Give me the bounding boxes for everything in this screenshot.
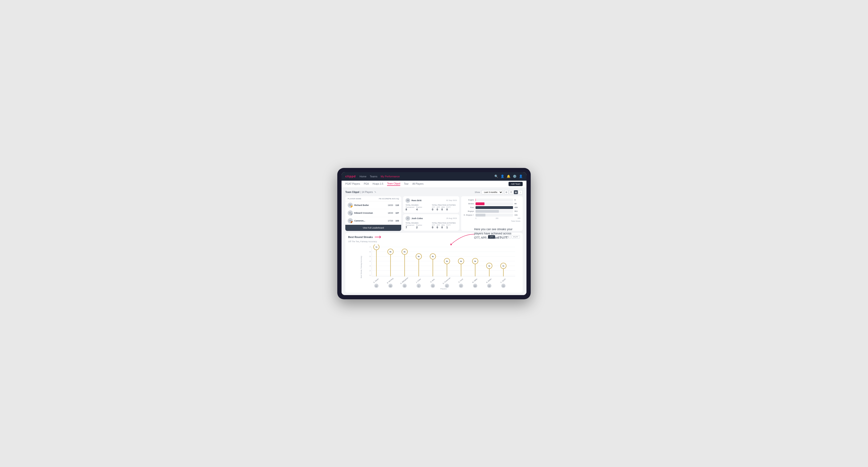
table-row[interactable]: EC 2 Edward Crossman 18/20 107 <box>345 209 401 217</box>
team-header: Team Clippd | 14 Players ✎ Show Last 3 m… <box>345 190 523 194</box>
add-team-button[interactable]: Add Team <box>508 182 523 186</box>
chart-bar-wrap <box>475 210 513 213</box>
player-name: Cameron... <box>354 220 365 222</box>
sub-nav-team-clippd[interactable]: Team Clippd <box>387 182 400 186</box>
svg-text:RB: RB <box>432 285 434 286</box>
svg-text:4: 4 <box>370 260 371 262</box>
svg-text:MM: MM <box>474 285 476 286</box>
svg-text:Best Streak, Fairway Accuracy: Best Streak, Fairway Accuracy <box>361 256 362 278</box>
tournament-stat: Tournament 8 <box>405 206 414 211</box>
player-info: RB 1 Richard Butler <box>348 203 385 208</box>
chart-bar <box>475 198 476 201</box>
leaderboard-header: PLAYER NAME PB SCORE PB AVG SQ <box>345 196 401 201</box>
player-card-date: 26 Aug 2023 <box>446 217 457 219</box>
list-view-button[interactable]: ☰ <box>509 190 513 194</box>
avatar-icon[interactable]: 👤 <box>519 175 523 178</box>
show-filter: Show Last 3 months ⊞ ☰ ▦ ↕ <box>474 190 523 194</box>
team-name: Team Clippd | 14 Players <box>345 191 373 193</box>
nav-my-performance[interactable]: My Performance <box>381 175 400 178</box>
chart-bar-row: D. Bogeys + 131 <box>464 214 520 217</box>
pb-score: 18/20 <box>385 212 393 214</box>
arg-stat: ARG 0 <box>441 206 445 211</box>
svg-text:1: 1 <box>370 274 371 276</box>
sub-nav: PGAT Players PGA Hcaps 1-5 Team Clippd T… <box>342 181 526 188</box>
card-stats: Total Rounds Tournament 7 Practice <box>405 222 457 229</box>
svg-text:3x: 3x <box>502 265 504 267</box>
table-row[interactable]: CM 3 Cameron... 17/20 103 <box>345 217 401 225</box>
svg-text:4x: 4x <box>460 260 462 262</box>
svg-text:6x: 6x <box>404 251 406 253</box>
player-name: Edward Crossman <box>354 212 373 214</box>
nav-home[interactable]: Home <box>360 175 366 178</box>
chart-value: 131 <box>515 214 520 216</box>
streak-chart-svg: Best Streak, Fairway Accuracy <box>360 245 520 289</box>
sub-nav-tour[interactable]: Tour <box>404 183 408 186</box>
user-icon[interactable]: 👤 <box>500 175 504 178</box>
arg-stat: ARG 0 <box>441 224 445 229</box>
svg-text:D. Ford: D. Ford <box>458 278 463 283</box>
card-view-button[interactable]: ▦ <box>514 190 518 194</box>
pb-score: 19/20 <box>385 204 393 206</box>
sort-button[interactable]: ↕ <box>519 190 523 194</box>
total-rounds-group: Total Rounds Tournament 7 Practice <box>405 222 431 229</box>
pb-avg: 103 <box>393 220 399 222</box>
team-count: | 14 Players <box>361 191 373 193</box>
avatar: RB <box>405 198 410 203</box>
app-stat: APP 0 <box>437 224 440 229</box>
chart-label: Birdies <box>464 203 474 205</box>
settings-icon[interactable]: ⚙️ <box>513 175 517 178</box>
nav-teams[interactable]: Teams <box>370 175 377 178</box>
rank-badge-bronze: 3 <box>351 221 353 223</box>
chart-value: 499 <box>515 206 520 209</box>
pb-avg-col-label: PB AVG SQ <box>389 198 399 200</box>
svg-text:4x: 4x <box>474 260 476 262</box>
svg-text:JC: JC <box>418 285 420 286</box>
player-card-name: Rees Britt <box>411 199 422 201</box>
chart-bar <box>475 214 486 217</box>
sub-nav-all-players[interactable]: All Players <box>412 183 423 186</box>
svg-text:2: 2 <box>370 270 371 271</box>
rank-badge-silver: 2 <box>351 214 353 216</box>
table-row[interactable]: RB 1 Richard Butler 19/20 110 <box>345 201 401 209</box>
app-logo: clippd <box>345 175 356 178</box>
streak-chart: Best Streak, Fairway Accuracy <box>348 245 520 290</box>
chart-value: 96 <box>515 203 520 205</box>
pb-score: 17/20 <box>385 220 393 222</box>
svg-text:EC: EC <box>446 285 448 286</box>
view-icons: ⊞ ☰ ▦ ↕ <box>504 190 523 194</box>
main-nav: Home Teams My Performance <box>360 175 491 178</box>
chart-bar <box>475 203 485 205</box>
chart-bar-wrap <box>475 203 513 205</box>
card-header: RB Rees Britt 02 Sep 2023 <box>405 198 457 203</box>
card-stats: Total Rounds Tournament 8 Practice <box>405 204 457 211</box>
chart-bar-row: Eagles 3 <box>464 198 520 201</box>
search-icon[interactable]: 🔍 <box>494 175 498 178</box>
avatar: RB 1 <box>348 203 353 208</box>
annotation-arrow <box>451 232 474 246</box>
main-content: Team Clippd | 14 Players ✎ Show Last 3 m… <box>342 188 526 295</box>
grid-view-button[interactable]: ⊞ <box>504 190 508 194</box>
svg-text:3: 3 <box>370 265 371 267</box>
bell-icon[interactable]: 🔔 <box>507 175 510 178</box>
view-leaderboard-button[interactable]: View Full Leaderboard <box>345 225 401 231</box>
practice-activities-group: Total Practice Activities OTT 0 APP <box>432 222 457 229</box>
edit-icon[interactable]: ✎ <box>374 191 376 193</box>
sub-nav-hcaps[interactable]: Hcaps 1-5 <box>373 183 383 186</box>
sub-nav-pgat[interactable]: PGAT Players <box>345 183 360 186</box>
svg-text:5x: 5x <box>418 256 420 257</box>
sub-nav-pga[interactable]: PGA <box>364 183 369 186</box>
leaderboard-panel: PLAYER NAME PB SCORE PB AVG SQ RB 1 Rich… <box>345 196 401 231</box>
chart-value: 3 <box>515 199 520 201</box>
svg-text:5: 5 <box>370 256 371 257</box>
total-rounds-label: Total Rounds <box>405 204 431 206</box>
chart-bar <box>475 210 499 213</box>
player-name: Richard Butler <box>354 204 369 206</box>
svg-text:6x: 6x <box>390 251 392 253</box>
putt-stat: PUTT 1 <box>446 224 451 229</box>
chart-bar-wrap <box>475 198 513 201</box>
time-filter-select[interactable]: Last 3 months <box>482 190 503 194</box>
chart-bar-wrap <box>475 206 513 209</box>
annotation-box: Here you can see streaks your players ha… <box>474 227 517 240</box>
streak-subtitle: Off The Tee, Fairway Accuracy <box>348 240 520 243</box>
svg-text:7x: 7x <box>375 246 377 248</box>
